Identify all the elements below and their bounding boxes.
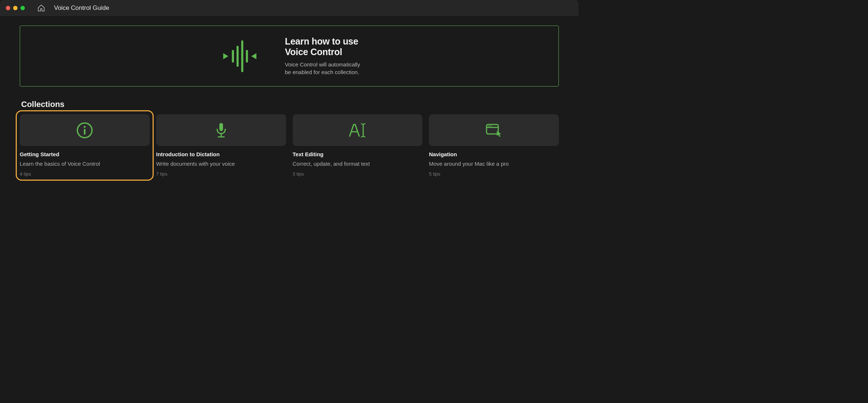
window-title: Voice Control Guide bbox=[54, 4, 109, 12]
svg-rect-4 bbox=[246, 50, 248, 62]
svg-point-16 bbox=[488, 125, 489, 126]
svg-point-17 bbox=[489, 125, 491, 126]
svg-point-18 bbox=[491, 125, 492, 126]
window-pointer-icon bbox=[429, 114, 559, 146]
svg-rect-8 bbox=[84, 129, 85, 135]
section-title: Collections bbox=[21, 100, 559, 109]
app-window: Voice Control Guide Learn how t bbox=[0, 0, 579, 269]
info-icon bbox=[20, 114, 150, 146]
close-button[interactable] bbox=[6, 6, 10, 10]
titlebar: Voice Control Guide bbox=[0, 0, 579, 16]
hero-text: Learn how to use Voice Control Voice Con… bbox=[285, 36, 360, 76]
svg-rect-1 bbox=[232, 50, 234, 62]
voice-control-icon bbox=[219, 39, 266, 74]
svg-rect-3 bbox=[241, 40, 243, 72]
microphone-icon bbox=[156, 114, 286, 146]
svg-marker-0 bbox=[223, 53, 228, 59]
traffic-lights bbox=[6, 6, 25, 10]
svg-rect-2 bbox=[237, 46, 239, 67]
card-desc: Learn the basics of Voice Control bbox=[20, 161, 150, 167]
card-title: Introduction to Dictation bbox=[156, 151, 286, 157]
hero-banner[interactable]: Learn how to use Voice Control Voice Con… bbox=[20, 26, 559, 87]
svg-point-7 bbox=[84, 126, 85, 127]
collection-card-getting-started[interactable]: Getting Started Learn the basics of Voic… bbox=[16, 110, 154, 181]
card-title: Text Editing bbox=[293, 151, 423, 157]
collection-card-dictation[interactable]: Introduction to Dictation Write document… bbox=[156, 114, 286, 177]
fullscreen-button[interactable] bbox=[20, 6, 25, 10]
collection-card-text-editing[interactable]: Text Editing Correct, update, and format… bbox=[293, 114, 423, 177]
text-cursor-icon bbox=[293, 114, 423, 146]
card-tips: 7 tips bbox=[156, 171, 286, 177]
hero-title: Learn how to use Voice Control bbox=[285, 36, 360, 57]
collections-row: Getting Started Learn the basics of Voic… bbox=[20, 114, 559, 177]
card-desc: Correct, update, and format text bbox=[293, 161, 423, 167]
svg-marker-5 bbox=[251, 53, 256, 59]
svg-rect-9 bbox=[219, 123, 223, 131]
content: Learn how to use Voice Control Voice Con… bbox=[0, 16, 579, 186]
card-tips: 5 tips bbox=[429, 171, 559, 177]
home-icon[interactable] bbox=[37, 4, 45, 12]
card-title: Getting Started bbox=[20, 151, 150, 157]
hero-subtitle: Voice Control will automatically be enab… bbox=[285, 61, 360, 76]
card-title: Navigation bbox=[429, 151, 559, 157]
card-tips: 4 tips bbox=[20, 171, 150, 177]
card-tips: 3 tips bbox=[293, 171, 423, 177]
minimize-button[interactable] bbox=[13, 6, 18, 10]
collection-card-navigation[interactable]: Navigation Move around your Mac like a p… bbox=[429, 114, 559, 177]
card-desc: Write documents with your voice bbox=[156, 161, 286, 167]
card-desc: Move around your Mac like a pro bbox=[429, 161, 559, 167]
